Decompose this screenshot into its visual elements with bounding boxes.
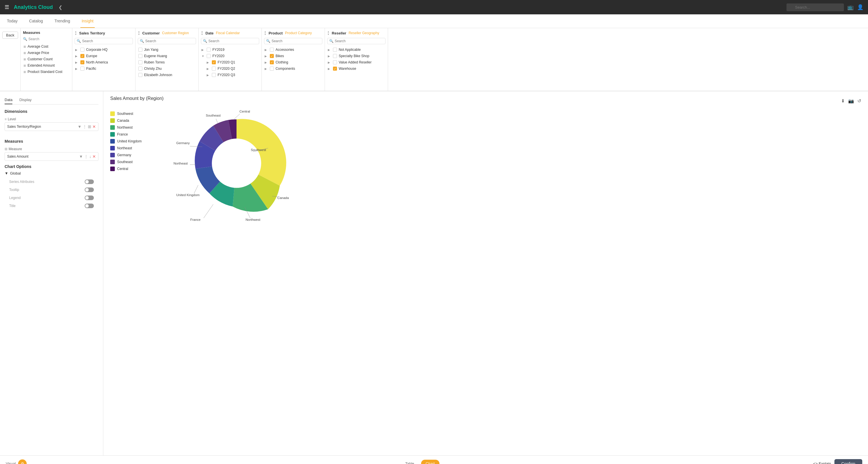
customer-search-input[interactable] bbox=[145, 39, 194, 43]
filter-search-sales-territory[interactable]: 🔍 bbox=[74, 38, 133, 44]
level-selector[interactable]: Sales Territory/Region ▼ ⋮ ⊞ ✕ bbox=[5, 122, 98, 131]
refresh-icon[interactable]: ↺ bbox=[857, 98, 861, 104]
search-icon: 🔍 bbox=[76, 39, 81, 43]
filter-search-reseller[interactable]: 🔍 bbox=[327, 38, 385, 44]
sort-arrows[interactable]: ▲▼ bbox=[327, 30, 330, 36]
filter-item-specialty-bike-shop[interactable]: ▶ Specialty Bike Shop bbox=[327, 53, 385, 59]
confirm-button[interactable]: Confirm bbox=[834, 459, 862, 464]
checkbox-fy2020-q2[interactable] bbox=[212, 67, 216, 71]
product-search-input[interactable] bbox=[272, 39, 320, 43]
checkbox-north-america[interactable]: ✓ bbox=[81, 60, 84, 64]
checkbox-not-applicable[interactable] bbox=[333, 48, 337, 52]
filter-item-components[interactable]: ▶ Components bbox=[264, 65, 322, 72]
options-icon[interactable]: ⋮ bbox=[84, 154, 88, 159]
sort-arrows[interactable]: ▲▼ bbox=[201, 30, 203, 36]
filter-search-customer[interactable]: 🔍 bbox=[138, 38, 196, 44]
checkbox-fy2020[interactable] bbox=[207, 54, 211, 58]
measure-item-avg-cost[interactable]: ⊞ Average Cost bbox=[23, 43, 70, 50]
dropdown-icon[interactable]: ▼ bbox=[78, 124, 82, 129]
checkbox-bikes[interactable]: ✓ bbox=[270, 54, 274, 58]
tab-catalog[interactable]: Catalog bbox=[28, 14, 44, 28]
back-button[interactable]: Back bbox=[2, 32, 18, 39]
filter-item-fy2020-q2[interactable]: ▶ FY2020 Q2 bbox=[201, 65, 259, 72]
measure-selector[interactable]: Sales Amount ▼ ⋮ ↓ ✕ bbox=[5, 152, 98, 161]
checkbox-pacific[interactable] bbox=[81, 67, 84, 71]
checkbox-fy2019[interactable] bbox=[207, 48, 211, 52]
tab-trending[interactable]: Trending bbox=[53, 14, 71, 28]
download-icon[interactable]: ⬇ bbox=[841, 98, 845, 104]
checkbox-ruben-torres[interactable] bbox=[138, 60, 143, 64]
tab-insight[interactable]: Insight bbox=[81, 14, 94, 28]
checkbox-fy2020-q1[interactable]: ✓ bbox=[212, 60, 216, 64]
sort-arrows[interactable]: ▲▼ bbox=[138, 30, 140, 36]
checkbox-fy2020-q3[interactable] bbox=[212, 73, 216, 77]
date-search-input[interactable] bbox=[208, 39, 257, 43]
sidebar-tab-data[interactable]: Data bbox=[5, 96, 12, 104]
filter-search-date[interactable]: 🔍 bbox=[201, 38, 259, 44]
filter-item-bikes[interactable]: ▶ ✓ Bikes bbox=[264, 53, 322, 59]
filter-item-eugene-huang[interactable]: Eugene Huang bbox=[138, 53, 196, 59]
global-header[interactable]: ▼ Global bbox=[5, 171, 98, 176]
checkbox-value-added-reseller[interactable] bbox=[333, 60, 337, 64]
grid-icon[interactable]: ⊞ bbox=[88, 124, 91, 129]
remove-icon[interactable]: ✕ bbox=[92, 124, 96, 129]
sort-arrows[interactable]: ▲▼ bbox=[74, 30, 77, 36]
measure-item-avg-price[interactable]: ⊞ Average Price bbox=[23, 50, 70, 56]
options-icon[interactable]: ⋮ bbox=[83, 124, 87, 129]
visual-gear-button[interactable]: ⚙ bbox=[18, 459, 27, 464]
filter-item-jon-yang[interactable]: Jon Yang bbox=[138, 47, 196, 53]
checkbox-elizabeth-johnson[interactable] bbox=[138, 73, 143, 77]
sort-arrows[interactable]: ▲▼ bbox=[264, 30, 267, 36]
measure-item-extended-amount[interactable]: ⊞ Extended Amount bbox=[23, 62, 70, 69]
checkbox-jon-yang[interactable] bbox=[138, 48, 143, 52]
toggle-series-attributes[interactable] bbox=[85, 180, 94, 184]
sales-territory-search-input[interactable] bbox=[82, 39, 131, 43]
notification-icon[interactable]: 📺 bbox=[847, 4, 854, 10]
search-input[interactable] bbox=[786, 3, 844, 11]
filter-item-fy2020[interactable]: ▼ FY2020 bbox=[201, 53, 259, 59]
camera-icon[interactable]: 📷 bbox=[848, 98, 854, 104]
table-button[interactable]: Table bbox=[401, 460, 419, 464]
sidebar-tab-display[interactable]: Display bbox=[19, 96, 32, 104]
filter-item-corp-hq[interactable]: ▶ Corporate HQ bbox=[74, 47, 133, 53]
filter-item-fy2020-q3[interactable]: ▶ FY2020 Q3 bbox=[201, 72, 259, 78]
checkbox-warehouse[interactable]: ✓ bbox=[333, 67, 337, 71]
measure-item-product-std-cost[interactable]: ⊞ Product Standard Cost bbox=[23, 69, 70, 75]
filter-item-pacific[interactable]: ▶ Pacific bbox=[74, 65, 133, 72]
dropdown-icon[interactable]: ▼ bbox=[79, 154, 83, 159]
toggle-legend[interactable] bbox=[85, 195, 94, 200]
checkbox-corp-hq[interactable] bbox=[81, 48, 84, 52]
toggle-tooltip[interactable] bbox=[85, 187, 94, 192]
tab-today[interactable]: Today bbox=[6, 14, 19, 28]
checkbox-specialty-bike-shop[interactable] bbox=[333, 54, 337, 58]
checkbox-eugene-huang[interactable] bbox=[138, 54, 143, 58]
down-arrow-icon[interactable]: ↓ bbox=[89, 154, 91, 159]
filter-item-value-added-reseller[interactable]: ▶ Value Added Reseller bbox=[327, 59, 385, 65]
collapse-icon[interactable]: ❮ bbox=[59, 5, 62, 10]
checkbox-accessories[interactable] bbox=[270, 48, 274, 52]
explain-button[interactable]: <> Explain bbox=[813, 461, 831, 464]
filter-item-clothing[interactable]: ▶ ✓ Clothing bbox=[264, 59, 322, 65]
checkbox-christy-zhu[interactable] bbox=[138, 67, 143, 71]
filter-item-north-america[interactable]: ▶ ✓ North America bbox=[74, 59, 133, 65]
filter-item-not-applicable[interactable]: ▶ Not Applicable bbox=[327, 47, 385, 53]
user-icon[interactable]: 👤 bbox=[857, 4, 863, 10]
filter-item-fy2020-q1[interactable]: ▶ ✓ FY2020 Q1 bbox=[201, 59, 259, 65]
filter-item-warehouse[interactable]: ▶ ✓ Warehouse bbox=[327, 65, 385, 72]
measure-item-customer-count[interactable]: ⊞ Customer Count bbox=[23, 56, 70, 62]
filter-item-elizabeth-johnson[interactable]: Elizabeth Johnson bbox=[138, 72, 196, 78]
chart-button[interactable]: Chart bbox=[421, 460, 439, 464]
filter-item-fy2019[interactable]: ▶ FY2019 bbox=[201, 47, 259, 53]
remove-icon[interactable]: ✕ bbox=[92, 154, 96, 159]
toggle-title[interactable] bbox=[85, 204, 94, 208]
checkbox-clothing[interactable]: ✓ bbox=[270, 60, 274, 64]
filter-item-christy-zhu[interactable]: Christy Zhu bbox=[138, 65, 196, 72]
reseller-search-input[interactable] bbox=[335, 39, 383, 43]
filter-item-accessories[interactable]: ▶ Accessories bbox=[264, 47, 322, 53]
hamburger-icon[interactable]: ☰ bbox=[5, 4, 9, 10]
checkbox-components[interactable] bbox=[270, 67, 274, 71]
filter-item-ruben-torres[interactable]: Ruben Torres bbox=[138, 59, 196, 65]
filter-search-product[interactable]: 🔍 bbox=[264, 38, 322, 44]
checkbox-europe[interactable]: ✓ bbox=[81, 54, 84, 58]
filter-item-europe[interactable]: ▶ ✓ Europe bbox=[74, 53, 133, 59]
